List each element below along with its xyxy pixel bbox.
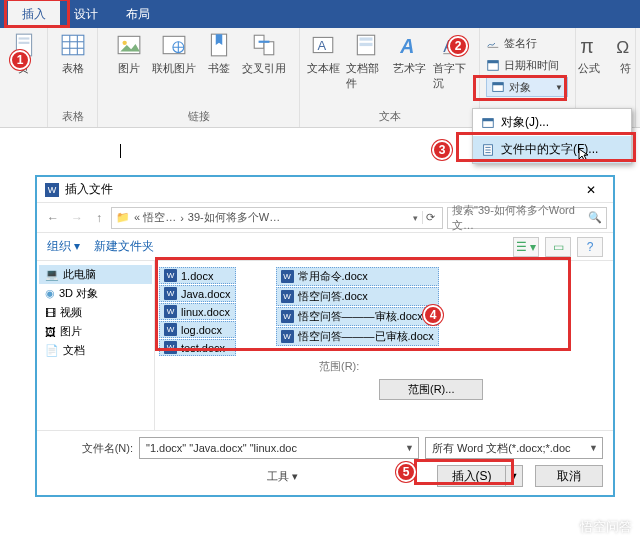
tab-design[interactable]: 设计	[60, 0, 112, 28]
file-item[interactable]: W悟空问答———已审核.docx	[276, 327, 439, 346]
organize-button[interactable]: 组织 ▾	[47, 238, 80, 255]
svg-rect-2	[18, 42, 29, 44]
file-filter-dropdown[interactable]: 所有 Word 文档(*.docx;*.doc ▼	[425, 437, 603, 459]
filename-input[interactable]: "1.docx" "Java.docx" "linux.doc ▼	[139, 437, 419, 459]
tree-3d-objects[interactable]: ◉3D 对象	[39, 284, 152, 303]
folder-icon: 📁	[116, 211, 130, 224]
svg-rect-1	[18, 37, 29, 39]
word-file-icon: W	[164, 269, 177, 282]
wordart-button[interactable]: A 艺术字	[393, 31, 427, 91]
object-dropdown-button[interactable]: 对象 ▼	[486, 77, 568, 97]
nav-forward-button[interactable]: →	[67, 211, 87, 225]
object-icon	[491, 80, 505, 94]
text-from-file-icon	[481, 143, 495, 157]
word-file-icon: W	[164, 323, 177, 336]
object-icon	[481, 116, 495, 130]
file-item[interactable]: W悟空问答———审核.docx	[276, 307, 439, 326]
word-file-icon: W	[164, 287, 177, 300]
menu-item-text-from-file[interactable]: 文件中的文字(F)...	[473, 136, 631, 163]
crossref-button[interactable]: 交叉引用	[242, 31, 286, 76]
search-icon: 🔍	[588, 211, 602, 224]
textbox-button[interactable]: A 文本框	[306, 31, 340, 91]
word-file-icon: W	[164, 305, 177, 318]
refresh-icon[interactable]: ⟳	[422, 211, 438, 224]
close-button[interactable]: ✕	[577, 183, 605, 197]
chevron-down-icon[interactable]: ▼	[583, 443, 598, 453]
range-label: 范围(R):	[319, 360, 359, 372]
pc-icon: 💻	[45, 268, 59, 281]
tree-pictures[interactable]: 🖼图片	[39, 322, 152, 341]
text-cursor	[120, 144, 127, 158]
cancel-button[interactable]: 取消	[535, 465, 603, 487]
tab-layout[interactable]: 布局	[112, 0, 164, 28]
svg-rect-14	[264, 42, 274, 55]
online-picture-icon	[160, 31, 188, 59]
file-item[interactable]: W悟空问答.docx	[276, 287, 439, 306]
insert-button[interactable]: 插入(S)	[437, 465, 505, 487]
tree-video[interactable]: 🎞视频	[39, 303, 152, 322]
file-item[interactable]: Wlog.docx	[159, 321, 236, 338]
chevron-down-icon[interactable]: ▾	[413, 213, 418, 223]
signature-line-button[interactable]: 签名行	[486, 33, 537, 53]
svg-rect-27	[488, 61, 499, 64]
file-item[interactable]: Wlinux.docx	[159, 303, 236, 320]
datetime-button[interactable]: 日期和时间	[486, 55, 559, 75]
filename-label: 文件名(N):	[47, 441, 133, 456]
online-picture-button[interactable]: 联机图片	[152, 31, 196, 76]
nav-up-button[interactable]: ↑	[91, 211, 107, 225]
chevron-down-icon[interactable]: ▼	[399, 443, 414, 453]
word-app-icon: W	[45, 183, 59, 197]
search-input[interactable]: 搜索"39-如何将多个Word文… 🔍	[447, 207, 607, 229]
tools-dropdown[interactable]: 工具 ▾	[267, 469, 298, 484]
bookmark-button[interactable]: 书签	[202, 31, 236, 76]
insert-dropdown-button[interactable]: ▼	[505, 465, 523, 487]
file-item[interactable]: Wtest.docx	[159, 339, 236, 356]
omega-icon: Ω	[612, 31, 640, 59]
table-button[interactable]: 表格	[56, 31, 90, 76]
table-icon	[59, 31, 87, 59]
word-file-icon: W	[281, 270, 294, 283]
nav-tree: 💻此电脑 ◉3D 对象 🎞视频 🖼图片 📄文档	[37, 261, 155, 430]
preview-pane-button[interactable]: ▭	[545, 237, 571, 257]
group-text: 文本	[379, 107, 401, 127]
new-folder-button[interactable]: 新建文件夹	[94, 238, 154, 255]
ribbon-tab-bar: 插入 设计 布局	[0, 0, 640, 28]
help-button[interactable]: ?	[577, 237, 603, 257]
file-item[interactable]: WJava.docx	[159, 285, 236, 302]
wordart-icon: A	[396, 31, 424, 59]
tree-this-pc[interactable]: 💻此电脑	[39, 265, 152, 284]
tab-insert[interactable]: 插入	[8, 0, 60, 28]
signature-icon	[486, 36, 500, 50]
insert-file-dialog: W 插入文件 ✕ ← → ↑ 📁 « 悟空… › 39-如何将多个W… ▾ ⟳ …	[35, 175, 615, 497]
file-item[interactable]: W常用命令.docx	[276, 267, 439, 286]
cursor-icon	[577, 148, 591, 162]
breadcrumb-bar[interactable]: 📁 « 悟空… › 39-如何将多个W… ▾ ⟳	[111, 207, 443, 229]
textbox-icon: A	[309, 31, 337, 59]
symbol-button[interactable]: Ω 符	[612, 31, 640, 76]
svg-rect-29	[493, 83, 504, 86]
svg-rect-3	[62, 35, 84, 55]
word-file-icon: W	[164, 341, 177, 354]
file-item[interactable]: W1.docx	[159, 267, 236, 284]
tree-documents[interactable]: 📄文档	[39, 341, 152, 360]
dialog-title: 插入文件	[65, 181, 113, 198]
range-button[interactable]: 范围(R)...	[379, 379, 483, 400]
insert-picture-button[interactable]: 图片	[112, 31, 146, 76]
bookmark-icon	[205, 31, 233, 59]
equation-button[interactable]: π 公式	[572, 31, 606, 76]
insert-split-button[interactable]: 插入(S) ▼	[437, 465, 523, 487]
docparts-button[interactable]: 文档部件	[346, 31, 387, 91]
file-list: W1.docx WJava.docx Wlinux.docx Wlog.docx…	[155, 261, 613, 430]
watermark: 悟空问答	[554, 518, 632, 536]
object-dropdown-menu: 对象(J)... 文件中的文字(F)...	[472, 108, 632, 164]
annotation-badge-4: 4	[423, 305, 443, 325]
nav-back-button[interactable]: ←	[43, 211, 63, 225]
pi-icon: π	[575, 31, 603, 59]
menu-item-object[interactable]: 对象(J)...	[473, 109, 631, 136]
svg-point-9	[122, 41, 126, 45]
svg-text:π: π	[580, 35, 593, 57]
picture-folder-icon: 🖼	[45, 326, 56, 338]
group-links: 链接	[188, 107, 210, 127]
view-mode-button[interactable]: ☰ ▾	[513, 237, 539, 257]
word-file-icon: W	[281, 330, 294, 343]
